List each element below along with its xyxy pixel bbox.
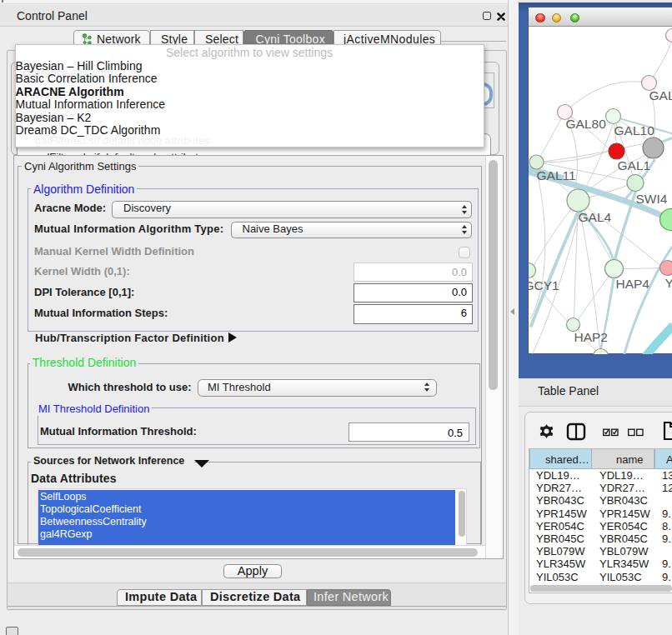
svg-text:HAP4: HAP4 [615,277,649,291]
svg-text:GAL80: GAL80 [565,117,606,131]
svg-text:HAP2: HAP2 [574,329,608,343]
svg-text:SWI4: SWI4 [635,192,667,206]
svg-text:GCY1: GCY1 [529,278,559,292]
svg-text:GAL10: GAL10 [614,122,654,137]
svg-text:GAL11: GAL11 [536,168,575,182]
svg-text:Y: Y [664,276,672,290]
svg-text:GAL4: GAL4 [578,209,611,223]
svg-text:GAL1: GAL1 [617,158,650,172]
svg-text:GAL2: GAL2 [649,88,672,102]
